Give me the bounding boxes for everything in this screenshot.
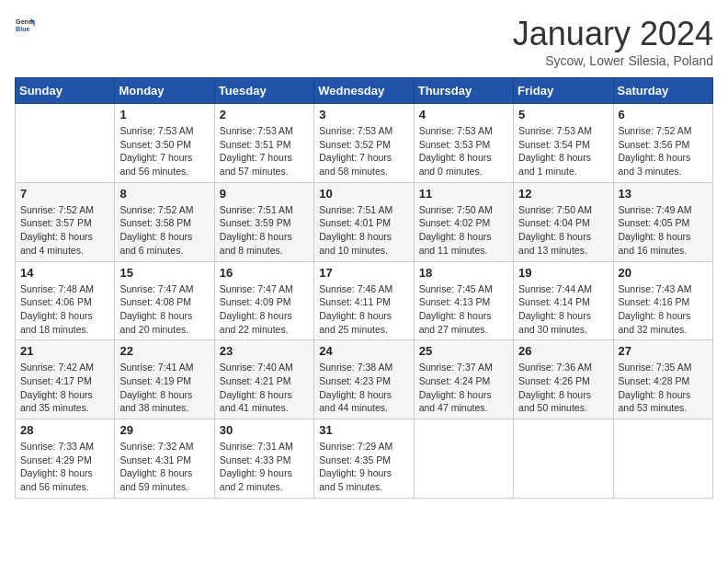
day-number: 10: [319, 187, 408, 201]
week-row-4: 28Sunrise: 7:33 AM Sunset: 4:29 PM Dayli…: [16, 419, 713, 499]
day-info: Sunrise: 7:53 AM Sunset: 3:53 PM Dayligh…: [419, 124, 508, 178]
day-info: Sunrise: 7:40 AM Sunset: 4:21 PM Dayligh…: [220, 361, 309, 415]
calendar-cell: [613, 419, 712, 499]
location-subtitle: Sycow, Lower Silesia, Poland: [513, 53, 713, 68]
calendar-cell: 28Sunrise: 7:33 AM Sunset: 4:29 PM Dayli…: [16, 419, 115, 499]
calendar-cell: 22Sunrise: 7:41 AM Sunset: 4:19 PM Dayli…: [115, 340, 214, 419]
header-thursday: Thursday: [414, 78, 513, 104]
day-info: Sunrise: 7:50 AM Sunset: 4:02 PM Dayligh…: [419, 203, 508, 258]
day-number: 28: [20, 423, 109, 437]
day-number: 18: [419, 266, 508, 280]
calendar-cell: 26Sunrise: 7:36 AM Sunset: 4:26 PM Dayli…: [514, 340, 613, 419]
day-info: Sunrise: 7:44 AM Sunset: 4:14 PM Dayligh…: [518, 282, 608, 337]
calendar-cell: 27Sunrise: 7:35 AM Sunset: 4:28 PM Dayli…: [613, 340, 712, 419]
calendar-cell: 8Sunrise: 7:52 AM Sunset: 3:58 PM Daylig…: [115, 182, 214, 261]
calendar-cell: 10Sunrise: 7:51 AM Sunset: 4:01 PM Dayli…: [314, 182, 414, 261]
day-info: Sunrise: 7:42 AM Sunset: 4:17 PM Dayligh…: [20, 361, 109, 415]
calendar-table: SundayMondayTuesdayWednesdayThursdayFrid…: [15, 77, 713, 499]
day-info: Sunrise: 7:50 AM Sunset: 4:04 PM Dayligh…: [518, 203, 608, 258]
calendar-cell: 24Sunrise: 7:38 AM Sunset: 4:23 PM Dayli…: [314, 340, 414, 419]
day-number: 30: [220, 423, 309, 437]
calendar-cell: 21Sunrise: 7:42 AM Sunset: 4:17 PM Dayli…: [16, 340, 115, 419]
calendar-cell: 29Sunrise: 7:32 AM Sunset: 4:31 PM Dayli…: [115, 419, 214, 499]
calendar-cell: 16Sunrise: 7:47 AM Sunset: 4:09 PM Dayli…: [214, 261, 313, 340]
day-number: 2: [220, 108, 309, 121]
day-info: Sunrise: 7:45 AM Sunset: 4:13 PM Dayligh…: [419, 282, 508, 337]
header-sunday: Sunday: [16, 78, 115, 104]
week-row-2: 14Sunrise: 7:48 AM Sunset: 4:06 PM Dayli…: [16, 261, 713, 340]
calendar-cell: [514, 419, 613, 499]
calendar-cell: 18Sunrise: 7:45 AM Sunset: 4:13 PM Dayli…: [414, 261, 513, 340]
day-info: Sunrise: 7:48 AM Sunset: 4:06 PM Dayligh…: [20, 282, 109, 337]
day-info: Sunrise: 7:38 AM Sunset: 4:23 PM Dayligh…: [319, 361, 408, 415]
day-number: 12: [518, 187, 608, 201]
day-info: Sunrise: 7:37 AM Sunset: 4:24 PM Dayligh…: [419, 361, 508, 415]
day-number: 14: [20, 266, 109, 280]
day-number: 4: [419, 108, 508, 121]
calendar-cell: 31Sunrise: 7:29 AM Sunset: 4:35 PM Dayli…: [314, 419, 414, 499]
calendar-cell: 25Sunrise: 7:37 AM Sunset: 4:24 PM Dayli…: [414, 340, 513, 419]
day-info: Sunrise: 7:46 AM Sunset: 4:11 PM Dayligh…: [319, 282, 408, 337]
calendar-cell: 20Sunrise: 7:43 AM Sunset: 4:16 PM Dayli…: [613, 261, 712, 340]
header-wednesday: Wednesday: [314, 78, 414, 104]
day-number: 17: [319, 266, 408, 280]
calendar-cell: 11Sunrise: 7:50 AM Sunset: 4:02 PM Dayli…: [414, 182, 513, 261]
calendar-cell: 15Sunrise: 7:47 AM Sunset: 4:08 PM Dayli…: [115, 261, 214, 340]
week-row-3: 21Sunrise: 7:42 AM Sunset: 4:17 PM Dayli…: [16, 340, 713, 419]
header-friday: Friday: [514, 78, 613, 104]
calendar-cell: 30Sunrise: 7:31 AM Sunset: 4:33 PM Dayli…: [214, 419, 313, 499]
day-info: Sunrise: 7:53 AM Sunset: 3:54 PM Dayligh…: [518, 124, 608, 178]
calendar-cell: 4Sunrise: 7:53 AM Sunset: 3:53 PM Daylig…: [414, 104, 513, 183]
day-info: Sunrise: 7:29 AM Sunset: 4:35 PM Dayligh…: [319, 440, 408, 494]
day-number: 6: [619, 108, 708, 121]
header-tuesday: Tuesday: [214, 78, 313, 104]
day-info: Sunrise: 7:53 AM Sunset: 3:52 PM Dayligh…: [319, 124, 408, 178]
calendar-cell: 7Sunrise: 7:52 AM Sunset: 3:57 PM Daylig…: [16, 182, 115, 261]
day-number: 16: [220, 266, 309, 280]
day-info: Sunrise: 7:49 AM Sunset: 4:05 PM Dayligh…: [619, 203, 708, 258]
calendar-cell: 6Sunrise: 7:52 AM Sunset: 3:56 PM Daylig…: [613, 104, 712, 183]
day-number: 1: [119, 108, 209, 121]
calendar-cell: 2Sunrise: 7:53 AM Sunset: 3:51 PM Daylig…: [214, 104, 313, 183]
day-info: Sunrise: 7:47 AM Sunset: 4:09 PM Dayligh…: [220, 282, 309, 337]
day-info: Sunrise: 7:52 AM Sunset: 3:56 PM Dayligh…: [619, 124, 708, 178]
calendar-cell: 12Sunrise: 7:50 AM Sunset: 4:04 PM Dayli…: [514, 182, 613, 261]
calendar-cell: 14Sunrise: 7:48 AM Sunset: 4:06 PM Dayli…: [16, 261, 115, 340]
day-info: Sunrise: 7:32 AM Sunset: 4:31 PM Dayligh…: [119, 440, 209, 494]
day-info: Sunrise: 7:51 AM Sunset: 3:59 PM Dayligh…: [220, 203, 309, 258]
day-number: 31: [319, 423, 408, 437]
day-number: 5: [518, 108, 608, 121]
calendar-cell: 5Sunrise: 7:53 AM Sunset: 3:54 PM Daylig…: [514, 104, 613, 183]
day-number: 11: [419, 187, 508, 201]
day-number: 27: [619, 344, 708, 358]
calendar-cell: 23Sunrise: 7:40 AM Sunset: 4:21 PM Dayli…: [214, 340, 313, 419]
day-number: 26: [518, 344, 608, 358]
calendar-cell: 9Sunrise: 7:51 AM Sunset: 3:59 PM Daylig…: [214, 182, 313, 261]
day-info: Sunrise: 7:47 AM Sunset: 4:08 PM Dayligh…: [119, 282, 209, 337]
calendar-header-row: SundayMondayTuesdayWednesdayThursdayFrid…: [16, 78, 713, 104]
day-info: Sunrise: 7:52 AM Sunset: 3:58 PM Dayligh…: [119, 203, 209, 258]
calendar-cell: 17Sunrise: 7:46 AM Sunset: 4:11 PM Dayli…: [314, 261, 414, 340]
day-info: Sunrise: 7:36 AM Sunset: 4:26 PM Dayligh…: [518, 361, 608, 415]
calendar-cell: [414, 419, 513, 499]
day-info: Sunrise: 7:53 AM Sunset: 3:51 PM Dayligh…: [220, 124, 309, 178]
day-info: Sunrise: 7:31 AM Sunset: 4:33 PM Dayligh…: [220, 440, 309, 494]
logo: General Blue: [15, 15, 35, 39]
day-number: 24: [319, 344, 408, 358]
day-number: 13: [619, 187, 708, 201]
day-number: 7: [20, 187, 109, 201]
logo-icon: General Blue: [15, 15, 35, 35]
day-number: 9: [220, 187, 309, 201]
day-info: Sunrise: 7:35 AM Sunset: 4:28 PM Dayligh…: [619, 361, 708, 415]
calendar-cell: 13Sunrise: 7:49 AM Sunset: 4:05 PM Dayli…: [613, 182, 712, 261]
day-info: Sunrise: 7:33 AM Sunset: 4:29 PM Dayligh…: [20, 440, 109, 494]
header-monday: Monday: [115, 78, 214, 104]
day-info: Sunrise: 7:53 AM Sunset: 3:50 PM Dayligh…: [119, 124, 209, 178]
calendar-cell: 19Sunrise: 7:44 AM Sunset: 4:14 PM Dayli…: [514, 261, 613, 340]
day-info: Sunrise: 7:41 AM Sunset: 4:19 PM Dayligh…: [119, 361, 209, 415]
day-number: 8: [119, 187, 209, 201]
week-row-1: 7Sunrise: 7:52 AM Sunset: 3:57 PM Daylig…: [16, 182, 713, 261]
header-saturday: Saturday: [613, 78, 712, 104]
day-info: Sunrise: 7:52 AM Sunset: 3:57 PM Dayligh…: [20, 203, 109, 258]
day-number: 3: [319, 108, 408, 121]
